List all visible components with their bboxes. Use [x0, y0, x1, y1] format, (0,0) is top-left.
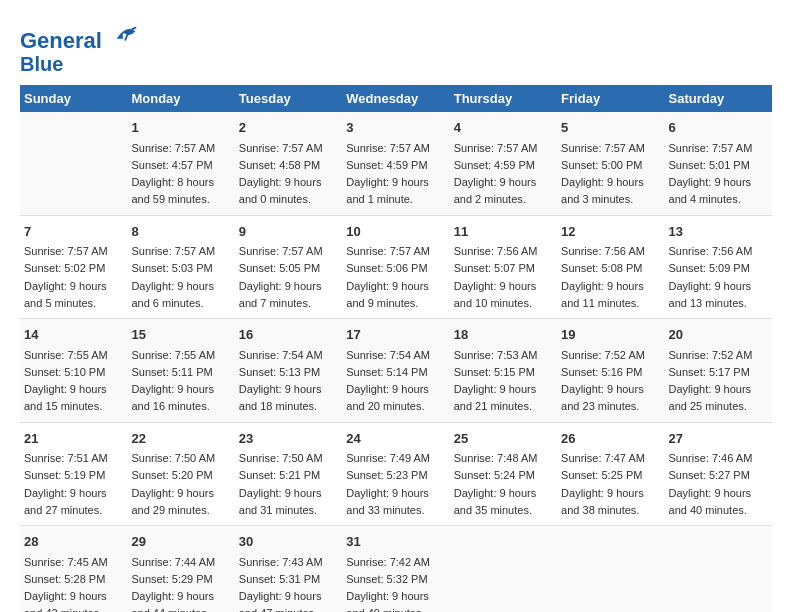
calendar-cell: 14 Sunrise: 7:55 AM Sunset: 5:10 PM Dayl…	[20, 319, 127, 423]
sunset-text: Sunset: 4:57 PM	[131, 159, 212, 171]
day-number: 18	[454, 325, 553, 345]
sunset-text: Sunset: 5:00 PM	[561, 159, 642, 171]
daylight-text: Daylight: 9 hours and 47 minutes.	[239, 590, 322, 612]
daylight-text: Daylight: 8 hours and 59 minutes.	[131, 176, 214, 205]
calendar-cell	[20, 112, 127, 215]
calendar-cell: 1 Sunrise: 7:57 AM Sunset: 4:57 PM Dayli…	[127, 112, 234, 215]
day-number: 31	[346, 532, 445, 552]
calendar-cell: 27 Sunrise: 7:46 AM Sunset: 5:27 PM Dayl…	[665, 422, 772, 526]
col-header-saturday: Saturday	[665, 85, 772, 112]
day-number: 24	[346, 429, 445, 449]
sunrise-text: Sunrise: 7:55 AM	[24, 349, 108, 361]
col-header-thursday: Thursday	[450, 85, 557, 112]
sunrise-text: Sunrise: 7:45 AM	[24, 556, 108, 568]
calendar-cell: 21 Sunrise: 7:51 AM Sunset: 5:19 PM Dayl…	[20, 422, 127, 526]
daylight-text: Daylight: 9 hours and 33 minutes.	[346, 487, 429, 516]
calendar-cell: 16 Sunrise: 7:54 AM Sunset: 5:13 PM Dayl…	[235, 319, 342, 423]
col-header-tuesday: Tuesday	[235, 85, 342, 112]
daylight-text: Daylight: 9 hours and 16 minutes.	[131, 383, 214, 412]
sunset-text: Sunset: 5:17 PM	[669, 366, 750, 378]
daylight-text: Daylight: 9 hours and 9 minutes.	[346, 280, 429, 309]
sunset-text: Sunset: 5:08 PM	[561, 262, 642, 274]
sunrise-text: Sunrise: 7:57 AM	[131, 245, 215, 257]
daylight-text: Daylight: 9 hours and 11 minutes.	[561, 280, 644, 309]
daylight-text: Daylight: 9 hours and 18 minutes.	[239, 383, 322, 412]
logo-general: General	[20, 28, 102, 53]
day-number: 5	[561, 118, 660, 138]
daylight-text: Daylight: 9 hours and 2 minutes.	[454, 176, 537, 205]
sunset-text: Sunset: 5:29 PM	[131, 573, 212, 585]
day-number: 22	[131, 429, 230, 449]
daylight-text: Daylight: 9 hours and 44 minutes.	[131, 590, 214, 612]
daylight-text: Daylight: 9 hours and 31 minutes.	[239, 487, 322, 516]
sunset-text: Sunset: 5:02 PM	[24, 262, 105, 274]
day-number: 13	[669, 222, 768, 242]
daylight-text: Daylight: 9 hours and 1 minute.	[346, 176, 429, 205]
page-header: General Blue	[20, 20, 772, 75]
day-number: 15	[131, 325, 230, 345]
sunrise-text: Sunrise: 7:44 AM	[131, 556, 215, 568]
daylight-text: Daylight: 9 hours and 10 minutes.	[454, 280, 537, 309]
calendar-cell: 23 Sunrise: 7:50 AM Sunset: 5:21 PM Dayl…	[235, 422, 342, 526]
col-header-sunday: Sunday	[20, 85, 127, 112]
week-row-5: 28 Sunrise: 7:45 AM Sunset: 5:28 PM Dayl…	[20, 526, 772, 612]
calendar-cell: 11 Sunrise: 7:56 AM Sunset: 5:07 PM Dayl…	[450, 215, 557, 319]
day-number: 17	[346, 325, 445, 345]
daylight-text: Daylight: 9 hours and 15 minutes.	[24, 383, 107, 412]
sunset-text: Sunset: 5:03 PM	[131, 262, 212, 274]
calendar-cell: 19 Sunrise: 7:52 AM Sunset: 5:16 PM Dayl…	[557, 319, 664, 423]
sunset-text: Sunset: 5:01 PM	[669, 159, 750, 171]
sunrise-text: Sunrise: 7:57 AM	[131, 142, 215, 154]
day-number: 14	[24, 325, 123, 345]
day-number: 2	[239, 118, 338, 138]
col-header-monday: Monday	[127, 85, 234, 112]
calendar-cell: 26 Sunrise: 7:47 AM Sunset: 5:25 PM Dayl…	[557, 422, 664, 526]
daylight-text: Daylight: 9 hours and 27 minutes.	[24, 487, 107, 516]
calendar-cell: 28 Sunrise: 7:45 AM Sunset: 5:28 PM Dayl…	[20, 526, 127, 612]
sunset-text: Sunset: 5:19 PM	[24, 469, 105, 481]
sunrise-text: Sunrise: 7:57 AM	[346, 245, 430, 257]
week-row-1: 1 Sunrise: 7:57 AM Sunset: 4:57 PM Dayli…	[20, 112, 772, 215]
day-number: 3	[346, 118, 445, 138]
day-number: 21	[24, 429, 123, 449]
sunset-text: Sunset: 5:27 PM	[669, 469, 750, 481]
sunrise-text: Sunrise: 7:57 AM	[669, 142, 753, 154]
daylight-text: Daylight: 9 hours and 3 minutes.	[561, 176, 644, 205]
day-number: 26	[561, 429, 660, 449]
day-number: 23	[239, 429, 338, 449]
logo-text: General	[20, 20, 140, 53]
calendar-cell: 4 Sunrise: 7:57 AM Sunset: 4:59 PM Dayli…	[450, 112, 557, 215]
day-number: 9	[239, 222, 338, 242]
sunset-text: Sunset: 4:59 PM	[346, 159, 427, 171]
sunrise-text: Sunrise: 7:56 AM	[454, 245, 538, 257]
sunrise-text: Sunrise: 7:57 AM	[239, 142, 323, 154]
col-header-friday: Friday	[557, 85, 664, 112]
sunrise-text: Sunrise: 7:50 AM	[239, 452, 323, 464]
sunrise-text: Sunrise: 7:53 AM	[454, 349, 538, 361]
logo: General Blue	[20, 20, 140, 75]
daylight-text: Daylight: 9 hours and 7 minutes.	[239, 280, 322, 309]
sunrise-text: Sunrise: 7:57 AM	[454, 142, 538, 154]
calendar-cell: 3 Sunrise: 7:57 AM Sunset: 4:59 PM Dayli…	[342, 112, 449, 215]
day-number: 28	[24, 532, 123, 552]
calendar-header-row: SundayMondayTuesdayWednesdayThursdayFrid…	[20, 85, 772, 112]
calendar-cell	[450, 526, 557, 612]
day-number: 30	[239, 532, 338, 552]
calendar-cell	[557, 526, 664, 612]
day-number: 29	[131, 532, 230, 552]
sunset-text: Sunset: 5:14 PM	[346, 366, 427, 378]
calendar-cell: 7 Sunrise: 7:57 AM Sunset: 5:02 PM Dayli…	[20, 215, 127, 319]
logo-icon	[112, 20, 140, 48]
sunrise-text: Sunrise: 7:55 AM	[131, 349, 215, 361]
daylight-text: Daylight: 9 hours and 25 minutes.	[669, 383, 752, 412]
sunset-text: Sunset: 5:05 PM	[239, 262, 320, 274]
sunrise-text: Sunrise: 7:57 AM	[346, 142, 430, 154]
sunset-text: Sunset: 5:28 PM	[24, 573, 105, 585]
sunset-text: Sunset: 5:10 PM	[24, 366, 105, 378]
calendar-cell: 25 Sunrise: 7:48 AM Sunset: 5:24 PM Dayl…	[450, 422, 557, 526]
calendar-cell: 29 Sunrise: 7:44 AM Sunset: 5:29 PM Dayl…	[127, 526, 234, 612]
sunrise-text: Sunrise: 7:47 AM	[561, 452, 645, 464]
calendar-cell: 10 Sunrise: 7:57 AM Sunset: 5:06 PM Dayl…	[342, 215, 449, 319]
daylight-text: Daylight: 9 hours and 29 minutes.	[131, 487, 214, 516]
sunset-text: Sunset: 5:11 PM	[131, 366, 212, 378]
